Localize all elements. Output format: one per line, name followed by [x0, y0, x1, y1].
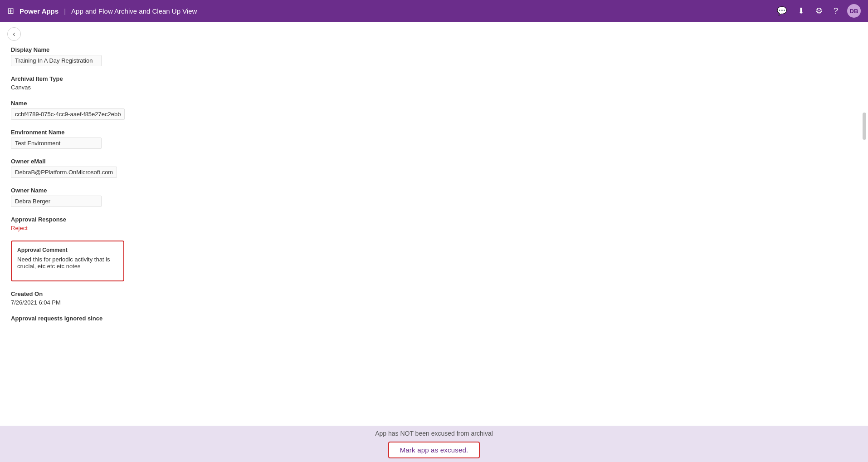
owner-email-value: DebraB@PPlatform.OnMicrosoft.com [11, 167, 117, 178]
display-name-group: Display Name Training In A Day Registrat… [11, 46, 857, 66]
archival-item-type-group: Archival Item Type Canvas [11, 75, 857, 91]
mark-excused-button[interactable]: Mark app as excused. [388, 442, 480, 458]
created-on-label: Created On [11, 290, 857, 297]
display-name-label: Display Name [11, 46, 857, 53]
download-button[interactable]: ⬇ [796, 4, 806, 18]
feedback-button[interactable]: 💬 [775, 4, 789, 18]
avatar[interactable]: DB [847, 4, 861, 18]
owner-email-label: Owner eMail [11, 158, 857, 165]
name-label: Name [11, 100, 857, 107]
waffle-icon[interactable]: ⊞ [7, 6, 14, 16]
bottom-footer: App has NOT been excused from archival M… [0, 426, 868, 462]
settings-button[interactable]: ⚙ [814, 4, 824, 18]
created-on-value: 7/26/2021 6:04 PM [11, 299, 857, 306]
archival-item-type-value: Canvas [11, 84, 857, 91]
approval-requests-ignored-group: Approval requests ignored since [11, 315, 857, 322]
name-group: Name ccbf4789-075c-4cc9-aaef-f85e27ec2eb… [11, 100, 857, 120]
environment-name-value: Test Environment [11, 138, 102, 149]
name-value: ccbf4789-075c-4cc9-aaef-f85e27ec2ebb [11, 108, 125, 120]
back-row: ‹ [0, 22, 868, 46]
back-button[interactable]: ‹ [7, 27, 21, 41]
app-name: Power Apps [20, 7, 59, 15]
top-navigation: ⊞ Power Apps | App and Flow Archive and … [0, 0, 868, 22]
approval-response-label: Approval Response [11, 216, 857, 223]
created-on-group: Created On 7/26/2021 6:04 PM [11, 290, 857, 306]
scrollbar[interactable] [863, 113, 866, 140]
owner-name-label: Owner Name [11, 187, 857, 194]
owner-email-group: Owner eMail DebraB@PPlatform.OnMicrosoft… [11, 158, 857, 178]
display-name-value: Training In A Day Registration [11, 55, 102, 66]
owner-name-group: Owner Name Debra Berger [11, 187, 857, 207]
environment-name-group: Environment Name Test Environment [11, 129, 857, 149]
help-button[interactable]: ? [832, 5, 840, 18]
content-area: ‹ Display Name Training In A Day Registr… [0, 22, 868, 462]
form-body: Display Name Training In A Day Registrat… [0, 46, 868, 385]
approval-comment-label: Approval Comment [17, 247, 118, 253]
page-title: App and Flow Archive and Clean Up View [71, 7, 197, 15]
archival-item-type-label: Archival Item Type [11, 75, 857, 82]
excusal-status-text: App has NOT been excused from archival [375, 430, 493, 437]
environment-name-label: Environment Name [11, 129, 857, 136]
approval-requests-ignored-label: Approval requests ignored since [11, 315, 857, 322]
nav-separator: | [64, 7, 66, 15]
approval-response-value: Reject [11, 225, 857, 231]
approval-response-group: Approval Response Reject [11, 216, 857, 231]
approval-comment-box: Approval Comment Need this for periodic … [11, 241, 124, 281]
nav-actions: 💬 ⬇ ⚙ ? DB [775, 4, 861, 18]
owner-name-value: Debra Berger [11, 196, 102, 207]
approval-comment-text: Need this for periodic activity that is … [17, 256, 118, 270]
